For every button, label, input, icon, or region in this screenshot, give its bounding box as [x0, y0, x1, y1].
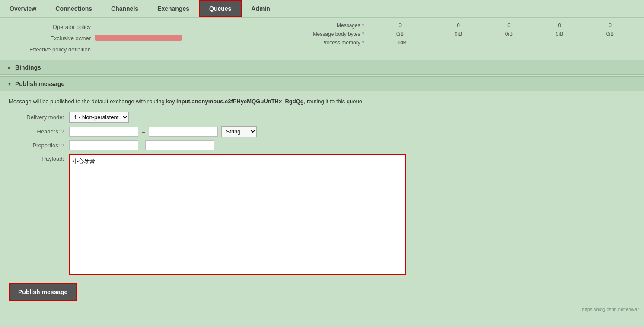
stats-messages-v4: 0 [534, 21, 585, 30]
exclusive-owner-row: Exclusive owner [9, 32, 182, 44]
nav-exchanges[interactable]: Exchanges [148, 1, 199, 16]
main-content: Operator policy Exclusive owner Effectiv… [0, 18, 644, 322]
headers-type-select[interactable]: String Bytes Int Float Boolean [221, 126, 257, 137]
stats-process-memory-v4 [534, 38, 585, 47]
headers-inputs: = String Bytes Int Float Boolean [69, 126, 257, 137]
stats-messages-v3: 0 [484, 21, 534, 30]
headers-key-input[interactable] [69, 127, 138, 137]
properties-help-icon[interactable]: ? [61, 143, 64, 148]
stats-body-bytes-label: Message body bytes ? [199, 30, 367, 38]
stats-messages-label: Messages ? [199, 21, 367, 30]
messages-help-icon[interactable]: ? [362, 23, 364, 28]
properties-value-input[interactable] [145, 140, 214, 150]
info-right: Messages ? 0 0 0 0 0 Message body bytes … [199, 21, 635, 55]
payload-textarea[interactable] [69, 154, 406, 275]
publish-header-label: Publish message [15, 80, 64, 87]
stats-process-memory-label: Process memory ? [199, 38, 367, 47]
publish-button-row: Publish message [9, 278, 635, 301]
process-memory-help-icon[interactable]: ? [362, 40, 364, 45]
body-bytes-help-icon[interactable]: ? [362, 32, 364, 37]
stats-process-memory-row: Process memory ? 11kiB [199, 38, 635, 47]
publish-message-button[interactable]: Publish message [9, 283, 77, 301]
stats-table: Messages ? 0 0 0 0 0 Message body bytes … [199, 21, 635, 47]
nav-connections[interactable]: Connections [46, 1, 102, 16]
publish-section-header[interactable]: ▼ Publish message [0, 76, 644, 91]
info-left: Operator policy Exclusive owner Effectiv… [9, 21, 182, 55]
effective-policy-label: Effective policy definition [9, 46, 95, 53]
bindings-header-label: Bindings [15, 64, 41, 71]
stats-body-bytes-v5: 0iB [585, 30, 635, 38]
bindings-collapse-icon: ► [7, 65, 12, 70]
properties-label: Properties: ? [9, 142, 69, 149]
payload-label: Payload: [9, 154, 69, 162]
stats-process-memory-v3 [484, 38, 534, 47]
delivery-mode-select[interactable]: 1 - Non-persistent 2 - Persistent [69, 112, 129, 123]
properties-inputs: = [69, 140, 214, 150]
stats-process-memory-v5 [585, 38, 635, 47]
properties-equals-sign: = [140, 142, 143, 149]
exclusive-owner-value [95, 35, 182, 42]
properties-row: Properties: ? = [9, 140, 635, 150]
headers-row: Headers: ? = String Bytes Int Float Bool… [9, 126, 635, 137]
operator-policy-label: Operator policy [9, 24, 95, 30]
publish-description: Message will be published to the default… [9, 97, 635, 106]
stats-body-bytes-v2: 0iB [433, 30, 484, 38]
publish-description-prefix: Message will be published to the default… [9, 98, 176, 105]
headers-value-input[interactable] [149, 127, 218, 137]
stats-body-bytes-v3: 0iB [484, 30, 534, 38]
stats-messages-v1: 0 [367, 21, 433, 30]
stats-messages-row: Messages ? 0 0 0 0 0 [199, 21, 635, 30]
bindings-section-header[interactable]: ► Bindings [0, 60, 644, 75]
stats-process-memory-v2 [433, 38, 484, 47]
stats-messages-v2: 0 [433, 21, 484, 30]
stats-body-bytes-v1: 0iB [367, 30, 433, 38]
delivery-mode-label: Delivery mode: [9, 114, 69, 121]
payload-wrapper [69, 154, 406, 275]
properties-key-input[interactable] [69, 140, 138, 150]
top-nav: Overview Connections Channels Exchanges … [0, 0, 644, 18]
stats-process-memory-v1: 11kiB [367, 38, 433, 47]
watermark: https://blog.csdn.net/edwar [0, 305, 644, 314]
nav-admin[interactable]: Admin [242, 1, 280, 16]
headers-help-icon[interactable]: ? [61, 129, 64, 134]
headers-label: Headers: ? [9, 128, 69, 135]
info-section: Operator policy Exclusive owner Effectiv… [0, 18, 644, 58]
publish-collapse-icon: ▼ [7, 82, 12, 86]
publish-section: Message will be published to the default… [0, 93, 644, 305]
stats-messages-v5: 0 [585, 21, 635, 30]
headers-equals-sign: = [140, 128, 147, 135]
effective-policy-row: Effective policy definition [9, 44, 182, 55]
redacted-bar [95, 35, 182, 41]
stats-body-bytes-v4: 0iB [534, 30, 585, 38]
routing-key: input.anonymous.e3fPHyeMQGuUnTHx_RgdQg [176, 98, 304, 105]
operator-policy-row: Operator policy [9, 21, 182, 32]
delivery-mode-row: Delivery mode: 1 - Non-persistent 2 - Pe… [9, 112, 635, 123]
nav-overview[interactable]: Overview [0, 1, 46, 16]
payload-row: Payload: [9, 154, 635, 275]
nav-queues[interactable]: Queues [199, 0, 242, 17]
exclusive-owner-label: Exclusive owner [9, 35, 95, 41]
nav-channels[interactable]: Channels [102, 1, 148, 16]
publish-description-suffix: , routing it to this queue. [304, 98, 364, 105]
stats-body-bytes-row: Message body bytes ? 0iB 0iB 0iB 0iB 0iB [199, 30, 635, 38]
